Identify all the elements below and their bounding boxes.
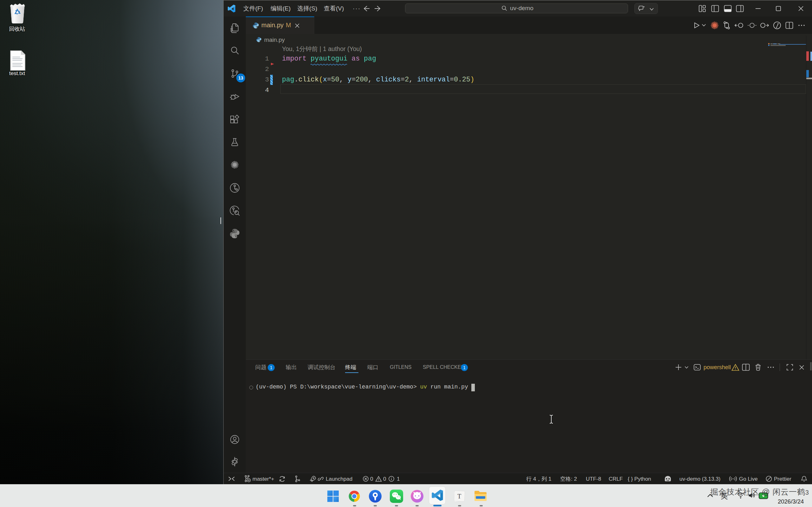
svg-text:T: T bbox=[457, 493, 461, 500]
